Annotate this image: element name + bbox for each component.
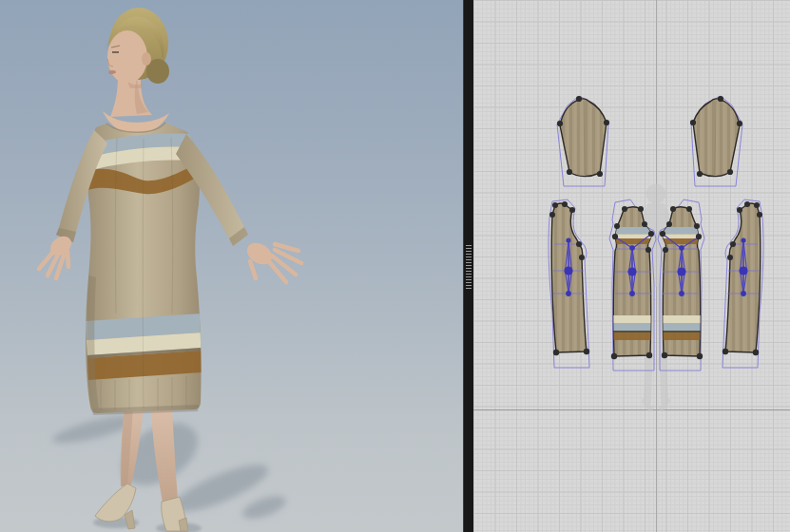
pattern-canvas: [473, 0, 790, 532]
pattern-piece-back-right[interactable]: [723, 200, 763, 368]
panel-splitter[interactable]: [463, 0, 473, 532]
pattern-piece-sleeve-left[interactable]: [557, 96, 609, 186]
3d-viewport[interactable]: [0, 0, 463, 532]
pattern-piece-sleeve-right[interactable]: [690, 96, 742, 186]
garment-design-app: [0, 0, 790, 532]
garment-dress[interactable]: [86, 123, 202, 415]
drag-handle-icon: [466, 245, 472, 291]
avatar[interactable]: [39, 8, 301, 532]
pattern-piece-back-left[interactable]: [549, 200, 589, 368]
avatar-head: [106, 8, 169, 88]
3d-scene: [0, 0, 463, 532]
2d-pattern-editor[interactable]: [473, 0, 790, 532]
